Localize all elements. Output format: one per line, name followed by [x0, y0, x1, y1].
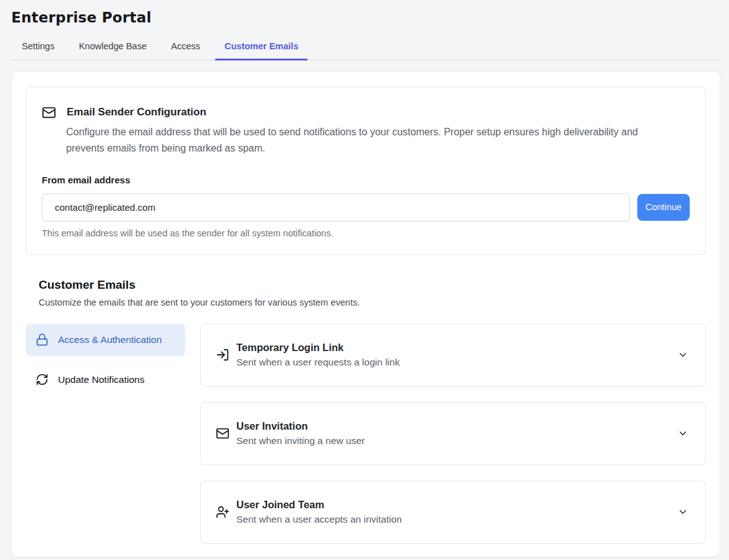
- from-email-label: From email address: [42, 175, 690, 185]
- user-plus-icon: [216, 505, 229, 519]
- email-card-title: Temporary Login Link: [236, 342, 400, 354]
- from-email-helper-text: This email address will be used as the s…: [42, 228, 690, 238]
- tab-bar: Settings Knowledge Base Access Customer …: [11, 34, 720, 60]
- tab-customer-emails[interactable]: Customer Emails: [215, 34, 307, 60]
- email-card-temporary-login-link[interactable]: Temporary Login Link Sent when a user re…: [200, 324, 706, 387]
- config-card-description: Configure the email address that will be…: [66, 124, 672, 157]
- chevron-down-icon[interactable]: [677, 506, 688, 518]
- page-title: Enterprise Portal: [11, 9, 729, 26]
- email-card-title: User Joined Team: [236, 499, 402, 511]
- tab-access[interactable]: Access: [162, 34, 210, 60]
- email-category-list: Access & Authentication Update Notificat…: [26, 324, 185, 544]
- category-label: Update Notifications: [58, 374, 145, 385]
- refresh-icon: [36, 373, 49, 386]
- login-icon: [216, 348, 229, 362]
- customer-emails-section-title: Customer Emails: [39, 278, 706, 292]
- tab-knowledge-base[interactable]: Knowledge Base: [69, 34, 156, 60]
- email-card-subtitle: Sent when inviting a new user: [236, 435, 365, 447]
- email-card-user-invitation[interactable]: User Invitation Sent when inviting a new…: [200, 402, 706, 465]
- email-sender-config-card: Email Sender Configuration Configure the…: [26, 87, 706, 255]
- chevron-down-icon[interactable]: [677, 428, 688, 439]
- mail-icon: [42, 105, 56, 120]
- customer-emails-panel: Email Sender Configuration Configure the…: [11, 71, 720, 557]
- email-card-user-joined-team[interactable]: User Joined Team Sent when a user accept…: [200, 481, 706, 544]
- email-card-subtitle: Sent when a user accepts an invitation: [236, 514, 402, 525]
- category-update-notifications[interactable]: Update Notifications: [26, 364, 185, 396]
- config-card-title: Email Sender Configuration: [67, 105, 206, 118]
- customer-emails-section-description: Customize the emails that are sent to yo…: [39, 297, 706, 307]
- tab-settings[interactable]: Settings: [12, 34, 64, 60]
- category-access-authentication[interactable]: Access & Authentication: [26, 324, 185, 356]
- category-label: Access & Authentication: [58, 334, 162, 345]
- mail-icon: [216, 427, 229, 440]
- lock-icon: [36, 333, 49, 346]
- enterprise-portal-page: Enterprise Portal Settings Knowledge Bas…: [0, 9, 729, 560]
- email-card-title: User Invitation: [236, 420, 365, 432]
- email-card-subtitle: Sent when a user requests a login link: [236, 357, 400, 368]
- from-email-input[interactable]: [42, 193, 630, 221]
- email-template-list: Temporary Login Link Sent when a user re…: [200, 324, 706, 544]
- chevron-down-icon[interactable]: [677, 349, 688, 360]
- continue-button[interactable]: Continue: [637, 194, 690, 221]
